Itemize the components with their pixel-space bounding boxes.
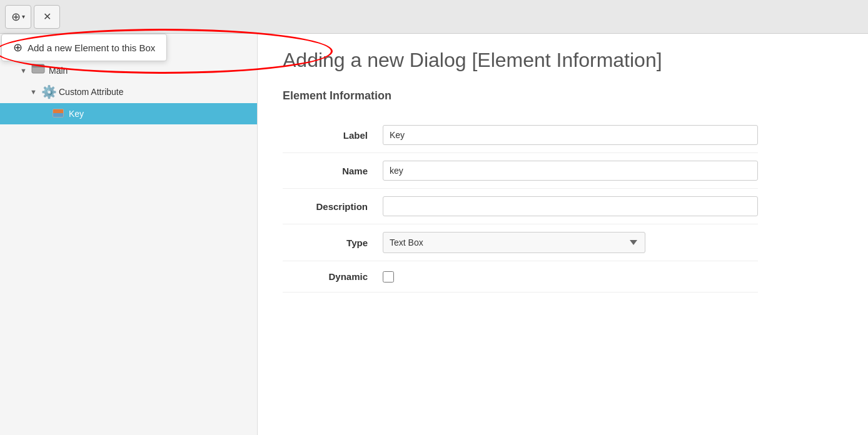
add-element-to-box-item[interactable]: ⊕ Add a new Element to this Box [2, 34, 166, 61]
key-icon [51, 107, 65, 121]
arrow-main: ▼ [20, 67, 28, 74]
close-button[interactable]: ✕ [34, 5, 60, 29]
toolbar: ⊕ ▾ ✕ ⊕ Add a new Element to this Box [0, 0, 868, 34]
label-input[interactable] [383, 125, 758, 145]
description-input[interactable] [383, 196, 758, 216]
dynamic-checkbox[interactable] [383, 271, 394, 282]
add-element-label: Add a new Element to this Box [28, 42, 155, 53]
sidebar-item-custom-attribute[interactable]: ▼ ⚙️ Custom Attribute [0, 81, 257, 103]
dynamic-field-label: Dynamic [283, 261, 383, 292]
sidebar-item-key-label: Key [69, 109, 84, 119]
sidebar-item-custom-attribute-label: Custom Attribute [59, 87, 124, 97]
add-arrow-icon: ▾ [22, 13, 25, 20]
main-icon [31, 64, 45, 77]
label-field-container [383, 118, 758, 153]
section-title: Element Information [283, 89, 843, 102]
description-field-label: Description [283, 189, 383, 224]
dynamic-field-container [383, 261, 758, 292]
sidebar-item-main[interactable]: ▼ Main [0, 60, 257, 81]
custom-attribute-icon: ⚙️ [41, 84, 55, 99]
name-field-label: Name [283, 153, 383, 189]
sidebar-item-key[interactable]: Key [0, 103, 257, 124]
type-field-label: Type [283, 224, 383, 261]
name-field-container [383, 153, 758, 189]
add-dropdown-menu: ⊕ Add a new Element to this Box [1, 34, 167, 61]
description-field-container [383, 189, 758, 224]
sidebar-tree: ▼ 💬 Button ▼ Main ▼ ⚙️ Custom Attribu [0, 34, 258, 435]
form-grid: Label Name Description Type Text Box Tex… [283, 118, 758, 292]
dialog-title: Adding a new Dialog [Element Information… [283, 49, 843, 72]
right-panel: Adding a new Dialog [Element Information… [258, 34, 868, 435]
type-field-container: Text Box Text Area Number Date Boolean [383, 224, 758, 261]
sidebar-item-main-label: Main [49, 66, 68, 76]
type-select[interactable]: Text Box Text Area Number Date Boolean [383, 232, 645, 253]
label-field-label: Label [283, 118, 383, 153]
arrow-custom: ▼ [30, 88, 38, 96]
close-icon: ✕ [43, 11, 51, 22]
svg-rect-1 [32, 64, 44, 68]
add-icon: ⊕ [11, 10, 21, 24]
main-area: ▼ 💬 Button ▼ Main ▼ ⚙️ Custom Attribu [0, 34, 868, 435]
add-element-icon: ⊕ [13, 41, 23, 54]
name-input[interactable] [383, 161, 758, 181]
add-element-button[interactable]: ⊕ ▾ [5, 5, 31, 29]
